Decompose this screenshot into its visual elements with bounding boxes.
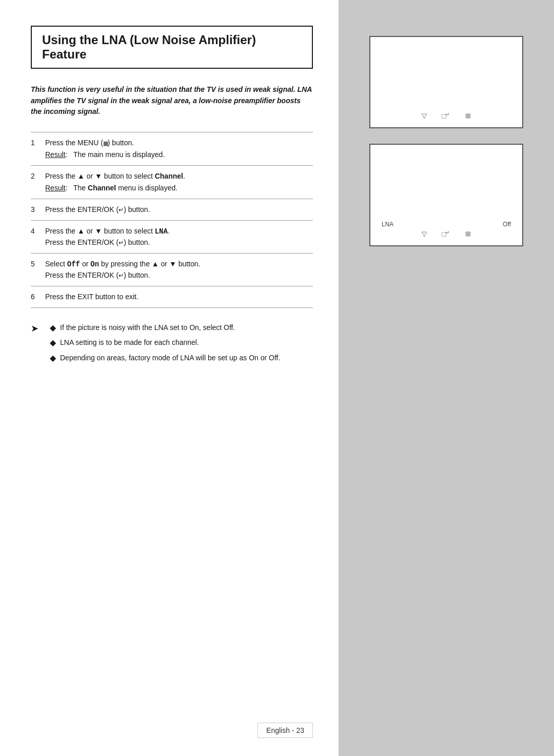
bullet-icon: ◆: [50, 353, 56, 364]
step-number: 4: [31, 221, 45, 254]
screen1-container: ▽ □↵ ⊞: [369, 36, 523, 128]
table-row: 1 Press the MENU (▦) button. Result: The…: [31, 132, 313, 166]
step-number: 1: [31, 132, 45, 166]
lna-label: LNA: [155, 227, 168, 236]
list-item: ◆ LNA setting is to be made for each cha…: [50, 337, 280, 348]
lna-menu-value: Off: [503, 221, 511, 228]
table-row: 3 Press the ENTER/OK (↵) button.: [31, 199, 313, 221]
step-number: 3: [31, 199, 45, 221]
menu-icon: ▦: [103, 140, 108, 146]
note-text: Depending on areas, factory mode of LNA …: [60, 353, 280, 363]
steps-table: 1 Press the MENU (▦) button. Result: The…: [31, 132, 313, 308]
down-icon: ▽: [422, 230, 427, 238]
bullet-icon: ◆: [50, 337, 56, 348]
lna-menu-label: LNA: [382, 221, 393, 228]
step-number: 6: [31, 286, 45, 308]
grid-icon: ⊞: [465, 112, 471, 120]
step-number: 2: [31, 166, 45, 199]
table-row: 4 Press the ▲ or ▼ button to select LNA.…: [31, 221, 313, 254]
bullet-icon: ◆: [50, 322, 56, 334]
lna-menu-row: LNA Off: [377, 221, 516, 228]
step-content: Press the ▲ or ▼ button to select Channe…: [45, 166, 313, 199]
notes-row: ➤ ◆ If the picture is noisy with the LNA…: [31, 322, 313, 364]
intro-paragraph: This function is very useful in the situ…: [31, 84, 313, 118]
step-content: Press the ▲ or ▼ button to select LNA. P…: [45, 221, 313, 254]
notes-section: ➤ ◆ If the picture is noisy with the LNA…: [31, 322, 313, 364]
sidebar: ▽ □↵ ⊞ LNA Off ▽ □↵ ⊞: [339, 0, 554, 756]
enter-icon: ↵: [118, 272, 124, 279]
result-line: Result: The Channel menu is displayed.: [45, 183, 310, 193]
off-label: Off: [67, 260, 80, 268]
step-number: 5: [31, 254, 45, 286]
list-item: ◆ Depending on areas, factory mode of LN…: [50, 353, 280, 364]
enter-icon: ↵: [118, 239, 124, 246]
main-content: Using the LNA (Low Noise Amplifier) Feat…: [0, 0, 339, 756]
note-text: LNA setting is to be made for each chann…: [60, 337, 199, 348]
list-item: ◆ If the picture is noisy with the LNA s…: [50, 322, 280, 334]
step-content: Select Off or On by pressing the ▲ or ▼ …: [45, 254, 313, 286]
table-row: 6 Press the EXIT button to exit.: [31, 286, 313, 308]
down-icon: ▽: [422, 112, 427, 120]
grid-icon: ⊞: [465, 230, 471, 238]
tv-screen-1: ▽ □↵ ⊞: [369, 36, 523, 128]
step-content: Press the MENU (▦) button. Result: The m…: [45, 132, 313, 166]
step-content: Press the EXIT button to exit.: [45, 286, 313, 308]
arrow-right-icon: ➤: [31, 322, 38, 335]
screen2-icons: ▽ □↵ ⊞: [377, 230, 516, 240]
screen2-container: LNA Off ▽ □↵ ⊞: [369, 144, 523, 246]
table-row: 2 Press the ▲ or ▼ button to select Chan…: [31, 166, 313, 199]
table-row: 5 Select Off or On by pressing the ▲ or …: [31, 254, 313, 286]
step-content: Press the ENTER/OK (↵) button.: [45, 199, 313, 221]
page-title: Using the LNA (Low Noise Amplifier) Feat…: [42, 33, 302, 62]
bullet-list: ◆ If the picture is noisy with the LNA s…: [50, 322, 280, 364]
page-footer: English - 23: [258, 723, 313, 738]
note-text: If the picture is noisy with the LNA set…: [60, 322, 235, 333]
enter-icon: ↵: [118, 206, 124, 214]
enter-icon: □↵: [442, 230, 450, 238]
result-line: Result: The main menu is displayed.: [45, 149, 310, 160]
on-label: On: [90, 260, 99, 268]
screen1-icons: ▽ □↵ ⊞: [377, 112, 516, 122]
tv-screen-2: LNA Off ▽ □↵ ⊞: [369, 144, 523, 246]
page-title-box: Using the LNA (Low Noise Amplifier) Feat…: [31, 26, 313, 69]
enter-icon: □↵: [442, 112, 450, 120]
